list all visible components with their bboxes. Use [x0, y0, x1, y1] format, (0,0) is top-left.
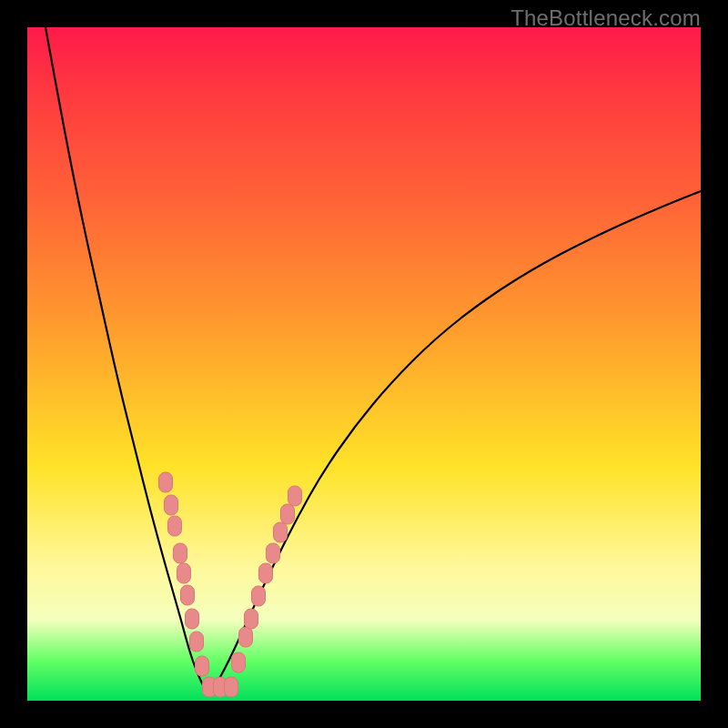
- marker-point: [245, 609, 258, 629]
- marker-point: [168, 516, 182, 536]
- marker-point: [259, 563, 273, 583]
- marker-cluster: [159, 472, 302, 697]
- marker-point: [288, 486, 302, 506]
- marker-point: [174, 543, 187, 563]
- marker-point: [239, 627, 253, 647]
- marker-point: [225, 677, 238, 697]
- marker-point: [181, 585, 195, 605]
- marker-point: [252, 586, 266, 606]
- marker-point: [177, 563, 191, 583]
- marker-point: [186, 609, 199, 629]
- marker-point: [281, 504, 295, 524]
- curve-right-branch: [209, 191, 701, 696]
- plot-area: [27, 27, 701, 701]
- marker-point: [165, 495, 178, 515]
- marker-point: [232, 652, 246, 672]
- chart-svg: [27, 27, 701, 701]
- marker-point: [190, 632, 204, 652]
- bottleneck-curve: [46, 27, 701, 696]
- marker-point: [196, 656, 209, 676]
- chart-frame: TheBottleneck.com: [0, 0, 728, 728]
- marker-point: [274, 522, 288, 542]
- marker-point: [159, 472, 173, 492]
- marker-point: [267, 543, 280, 563]
